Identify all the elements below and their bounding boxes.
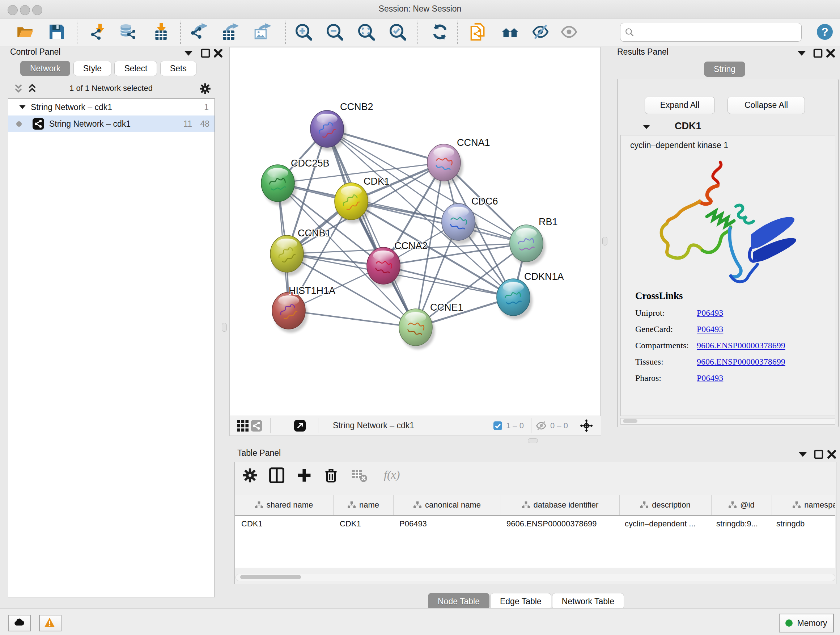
toggle-glass-effect-button[interactable] [531, 22, 550, 42]
refresh-view-button[interactable] [430, 22, 450, 42]
table-horizontal-scrollbar[interactable] [235, 574, 835, 581]
crosslink-value-link[interactable]: P06493 [697, 308, 723, 318]
cell[interactable]: cyclin–dependent ... [618, 516, 710, 532]
close-panel-icon[interactable] [825, 48, 836, 59]
network-collection-row[interactable]: String Network – cdk1 1 [8, 99, 215, 116]
export-image-button[interactable] [252, 22, 272, 42]
tab-edge-table[interactable]: Edge Table [490, 593, 551, 610]
results-scrollbar[interactable] [621, 418, 835, 424]
crosslink-value-link[interactable]: P06493 [697, 373, 723, 383]
cell[interactable]: 9606.ENSP00000378699 [500, 516, 618, 532]
cell[interactable]: stringdb:9... [710, 516, 770, 532]
import-table-button[interactable] [152, 22, 171, 42]
zoom-fit-button[interactable] [356, 22, 376, 42]
column-header-canonical-name[interactable]: canonical name [393, 495, 501, 515]
cell[interactable]: stringdb [770, 516, 835, 532]
node-table[interactable]: shared namenamecanonical namedatabase id… [235, 495, 835, 568]
network-options-gear-icon[interactable] [199, 82, 211, 95]
right-splitter-handle[interactable] [602, 237, 607, 245]
node-CDC6[interactable]: CDC6 [442, 196, 498, 244]
tab-select[interactable]: Select [114, 61, 157, 76]
search-box [620, 23, 802, 42]
close-panel-icon[interactable] [213, 48, 224, 59]
network-canvas[interactable]: CCNB2 CCNA1 CDC25B CDK1 CDC6 RB1 [229, 47, 600, 416]
detach-view-icon[interactable] [294, 420, 306, 432]
memory-button[interactable]: Memory [779, 614, 834, 632]
crosslink-value-link[interactable]: 9606.ENSP00000378699 [697, 340, 785, 350]
float-panel-icon[interactable] [813, 48, 823, 59]
copy-network-button[interactable] [468, 22, 488, 42]
column-header-shared-name[interactable]: shared name [235, 495, 333, 515]
import-network-file-button[interactable] [88, 22, 108, 42]
export-table-button[interactable] [220, 22, 240, 42]
table-options-gear-icon[interactable] [242, 467, 258, 483]
panel-menu-icon[interactable] [183, 48, 194, 59]
crosslink-value-link[interactable]: 9606.ENSP00000378699 [697, 357, 785, 367]
show-columns-icon[interactable] [269, 467, 285, 483]
left-splitter-handle[interactable] [222, 323, 227, 332]
zoom-in-button[interactable] [294, 22, 313, 42]
cell[interactable]: P06493 [393, 516, 500, 532]
string-database-button[interactable] [500, 22, 520, 42]
save-session-button[interactable] [47, 22, 66, 42]
edge-CCNB2-CCNE1[interactable] [327, 129, 416, 327]
node-CCNB2[interactable]: CCNB2 [310, 101, 373, 151]
tab-style[interactable]: Style [73, 61, 111, 76]
cloud-icon [13, 617, 26, 629]
zoom-out-button[interactable] [325, 22, 344, 42]
node-RB1[interactable]: RB1 [510, 217, 558, 265]
warning-icon [44, 617, 57, 629]
table-row[interactable]: CDK1CDK1P064939606.ENSP00000378699cyclin… [235, 516, 835, 532]
tab-sets[interactable]: Sets [160, 61, 196, 76]
column-header--id[interactable]: @id [712, 495, 772, 515]
fit-content-crosshair-icon[interactable] [580, 419, 593, 432]
tab-string[interactable]: String [704, 62, 745, 77]
open-session-button[interactable] [15, 22, 35, 42]
string-network-graph[interactable]: CCNB2 CCNA1 CDC25B CDK1 CDC6 RB1 [230, 48, 600, 416]
column-header-database-identifier[interactable]: database identifier [501, 495, 620, 515]
node-CCNE1[interactable]: CCNE1 [399, 302, 463, 349]
cell[interactable]: CDK1 [333, 516, 393, 532]
collapse-all-button[interactable]: Collapse All [728, 97, 805, 114]
toggle-labels-button[interactable] [559, 22, 579, 42]
node-CDKN1A[interactable]: CDKN1A [497, 271, 564, 319]
selected-checkbox-icon[interactable] [493, 421, 502, 430]
scrollbar-thumb[interactable] [623, 419, 638, 423]
column-header-namespace[interactable]: namespace [772, 495, 835, 515]
column-header-description[interactable]: description [620, 495, 712, 515]
grid-view-icon[interactable] [237, 420, 248, 432]
panel-menu-icon[interactable] [796, 48, 807, 59]
export-network-button[interactable] [189, 22, 208, 42]
node-HIST1H1A[interactable]: HIST1H1A [272, 285, 335, 333]
zoom-selected-button[interactable] [388, 22, 407, 42]
panel-menu-icon[interactable] [797, 449, 808, 460]
search-input[interactable] [637, 25, 801, 40]
bottom-splitter-handle[interactable] [528, 439, 538, 443]
crosslink-value-link[interactable]: P06493 [697, 325, 723, 334]
node-CCNA1[interactable]: CCNA1 [427, 137, 490, 185]
collapse-caret-icon[interactable] [19, 103, 27, 111]
collapse-caret-icon[interactable] [642, 123, 651, 131]
network-row-selected[interactable]: String Network – cdk1 11 48 [8, 116, 215, 132]
scrollbar-thumb[interactable] [240, 575, 301, 579]
hidden-eye-icon[interactable] [536, 420, 546, 431]
tab-node-table[interactable]: Node Table [428, 593, 489, 610]
cell[interactable]: CDK1 [235, 516, 333, 532]
cloud-button[interactable] [8, 615, 31, 631]
warnings-button[interactable] [39, 615, 62, 631]
tab-network[interactable]: Network [20, 61, 70, 76]
expand-all-button[interactable]: Expand All [645, 97, 715, 114]
close-panel-icon[interactable] [826, 449, 837, 460]
delete-column-icon[interactable] [323, 467, 339, 483]
float-panel-icon[interactable] [813, 449, 824, 460]
add-column-icon[interactable] [296, 467, 312, 483]
node-CDC25B[interactable]: CDC25B [261, 158, 330, 205]
node-label-RB1: RB1 [538, 217, 558, 227]
import-network-database-button[interactable] [118, 22, 138, 42]
float-panel-icon[interactable] [200, 48, 211, 59]
gene-section-header[interactable]: CDK1 [621, 120, 835, 134]
column-header-name[interactable]: name [333, 495, 393, 515]
help-button[interactable]: ? [815, 22, 835, 42]
tab-network-table[interactable]: Network Table [552, 593, 624, 610]
network-overlay-icon[interactable] [251, 420, 262, 432]
